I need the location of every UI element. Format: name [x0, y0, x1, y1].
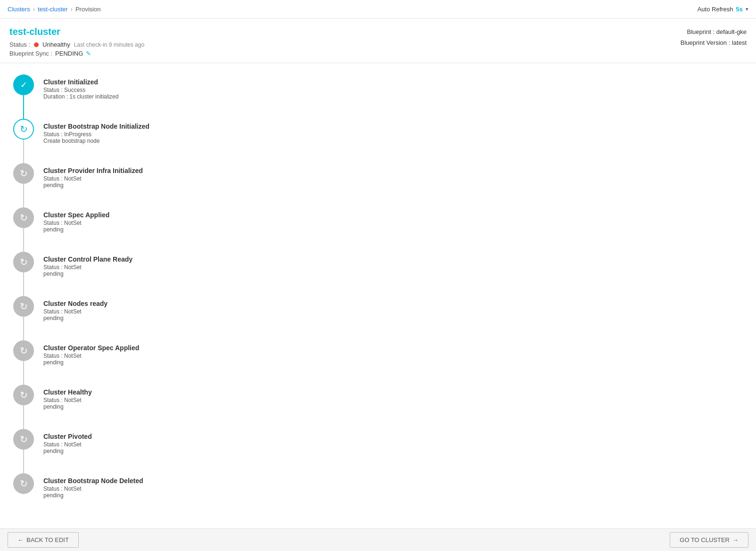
step-content: Cluster PivotedStatus : NotSetpending — [43, 429, 92, 466]
step-icon-pending: ↻ — [13, 207, 34, 228]
step-icon-pending: ↻ — [13, 296, 34, 317]
step-desc: pending — [43, 182, 143, 189]
blueprint-sync-label: Blueprint Sync : — [9, 50, 52, 57]
auto-refresh-timer: 5s — [736, 6, 743, 13]
timeline-item: ✓Cluster InitializedStatus : SuccessDura… — [9, 74, 747, 119]
step-status: Status : NotSet — [43, 264, 133, 271]
step-content: Cluster Control Plane ReadyStatus : NotS… — [43, 252, 133, 288]
step-icon-pending: ↻ — [13, 252, 34, 272]
cluster-info: test-cluster Status : Unhealthy Last che… — [9, 26, 144, 57]
blueprint-row: Blueprint : default-gke — [681, 26, 747, 37]
timeline-item: ↻Cluster Bootstrap Node InitializedStatu… — [9, 119, 747, 163]
step-icon-pending: ↻ — [13, 429, 34, 450]
step-title: Cluster Pivoted — [43, 433, 92, 440]
step-status: Status : InProgress — [43, 131, 150, 138]
breadcrumb-sep-2: › — [71, 6, 73, 13]
connector-line — [23, 184, 24, 207]
breadcrumb-clusters[interactable]: Clusters — [8, 6, 30, 13]
step-status: Status : NotSet — [43, 353, 139, 359]
step-icon-pending: ↻ — [13, 385, 34, 405]
chevron-down-icon[interactable]: ▾ — [746, 6, 748, 12]
step-desc: pending — [43, 359, 139, 366]
step-title: Cluster Provider Infra Initialized — [43, 167, 143, 174]
cluster-title: test-cluster — [9, 26, 144, 37]
breadcrumb-sep-1: › — [33, 6, 35, 13]
step-status: Status : NotSet — [43, 308, 108, 315]
go-to-cluster-label: GO TO CLUSTER — [680, 536, 730, 543]
status-row: Status : Unhealthy Last check-in 9 minut… — [9, 41, 144, 48]
header-section: test-cluster Status : Unhealthy Last che… — [0, 19, 756, 63]
step-content: Cluster Spec AppliedStatus : NotSetpendi… — [43, 207, 109, 244]
step-status: Status : NotSet — [43, 397, 92, 403]
connector-line — [23, 361, 24, 385]
arrow-left-icon: ← — [17, 536, 24, 543]
step-status: Status : NotSet — [43, 220, 109, 226]
go-to-cluster-button[interactable]: GO TO CLUSTER → — [670, 532, 748, 548]
step-title: Cluster Bootstrap Node Deleted — [43, 477, 143, 485]
blueprint-version-row: Blueprint Version : latest — [681, 37, 747, 48]
step-content: Cluster Bootstrap Node InitializedStatus… — [43, 119, 150, 156]
status-label: Status : — [9, 41, 30, 48]
top-bar: Clusters › test-cluster › Provision Auto… — [0, 0, 756, 19]
step-content: Cluster Provider Infra InitializedStatus… — [43, 163, 143, 200]
blueprint-sync-row: Blueprint Sync : PENDING ✎ — [9, 50, 144, 57]
step-title: Cluster Healthy — [43, 388, 92, 396]
step-content: Cluster Nodes readyStatus : NotSetpendin… — [43, 296, 108, 333]
breadcrumb-page: Provision — [75, 6, 100, 13]
breadcrumb-cluster-name[interactable]: test-cluster — [38, 6, 68, 13]
blueprint-version-value: latest — [732, 39, 747, 46]
connector-line — [23, 272, 24, 296]
step-desc: pending — [43, 271, 133, 277]
timeline-item: ↻Cluster HealthyStatus : NotSetpending — [9, 385, 747, 429]
timeline-item: ↻Cluster Nodes readyStatus : NotSetpendi… — [9, 296, 747, 340]
step-content: Cluster Operator Spec AppliedStatus : No… — [43, 340, 139, 377]
step-content: Cluster InitializedStatus : SuccessDurat… — [43, 74, 118, 111]
connector-line — [23, 450, 24, 473]
status-indicator — [34, 42, 39, 47]
step-status: Status : Success — [43, 87, 118, 93]
step-desc: pending — [43, 226, 109, 233]
connector-line — [23, 405, 24, 429]
blueprint-sync-value: PENDING — [55, 50, 83, 57]
step-desc: pending — [43, 403, 92, 410]
back-to-edit-button[interactable]: ← BACK TO EDIT — [8, 532, 79, 548]
timeline-item: ↻Cluster Spec AppliedStatus : NotSetpend… — [9, 207, 747, 252]
step-title: Cluster Initialized — [43, 78, 118, 86]
step-title: Cluster Nodes ready — [43, 300, 108, 307]
connector-line — [23, 317, 24, 340]
arrow-right-icon: → — [732, 536, 739, 543]
step-status: Status : NotSet — [43, 485, 143, 492]
checkin-text: Last check-in 9 minutes ago — [74, 41, 144, 48]
main-content: ✓Cluster InitializedStatus : SuccessDura… — [0, 63, 756, 548]
step-icon-inprogress: ↻ — [13, 119, 34, 140]
step-desc: pending — [43, 448, 92, 454]
back-to-edit-label: BACK TO EDIT — [26, 536, 69, 543]
step-icon-success: ✓ — [13, 74, 34, 95]
step-content: Cluster Bootstrap Node DeletedStatus : N… — [43, 473, 143, 510]
auto-refresh-label: Auto Refresh — [698, 6, 733, 13]
edit-link-icon[interactable]: ✎ — [86, 50, 91, 57]
timeline-item: ↻Cluster Operator Spec AppliedStatus : N… — [9, 340, 747, 385]
step-icon-pending: ↻ — [13, 163, 34, 184]
step-title: Cluster Spec Applied — [43, 211, 109, 219]
step-desc: Create bootstrap node — [43, 138, 150, 144]
blueprint-label: Blueprint — [687, 28, 711, 35]
breadcrumb: Clusters › test-cluster › Provision — [8, 6, 100, 13]
step-content: Cluster HealthyStatus : NotSetpending — [43, 385, 92, 421]
blueprint-info: Blueprint : default-gke Blueprint Versio… — [681, 26, 747, 49]
step-status: Status : NotSet — [43, 441, 92, 448]
step-desc: pending — [43, 492, 143, 499]
timeline: ✓Cluster InitializedStatus : SuccessDura… — [9, 74, 747, 510]
bottom-bar: ← BACK TO EDIT GO TO CLUSTER → — [0, 528, 756, 548]
timeline-item: ↻Cluster Bootstrap Node DeletedStatus : … — [9, 473, 747, 510]
step-desc: Duration : 1s cluster initialized — [43, 93, 118, 100]
status-value: Unhealthy — [42, 41, 70, 48]
connector-line — [23, 140, 24, 163]
step-icon-pending: ↻ — [13, 473, 34, 494]
step-icon-pending: ↻ — [13, 340, 34, 361]
timeline-item: ↻Cluster PivotedStatus : NotSetpending — [9, 429, 747, 473]
step-title: Cluster Control Plane Ready — [43, 255, 133, 263]
auto-refresh-control[interactable]: Auto Refresh 5s ▾ — [698, 6, 748, 13]
step-title: Cluster Bootstrap Node Initialized — [43, 123, 150, 130]
connector-line — [23, 95, 24, 119]
